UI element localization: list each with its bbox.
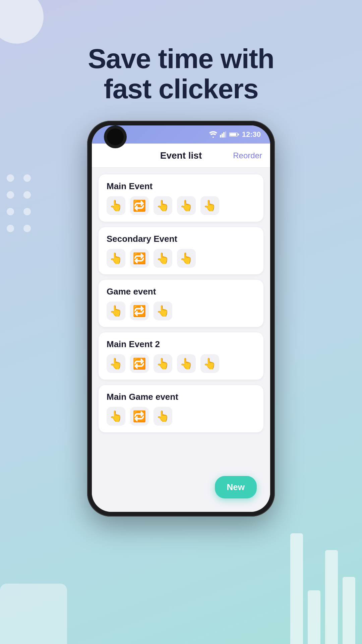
- swipe-icon: 🔁: [133, 410, 146, 423]
- tap-icon: 👆: [109, 410, 123, 423]
- clicker-btn-2-2[interactable]: 👆: [154, 302, 172, 320]
- tap-icon: 👆: [156, 305, 170, 317]
- clicker-btn-1-3[interactable]: 👆: [177, 249, 196, 268]
- battery-icon: [229, 132, 239, 137]
- swipe-icon: 🔁: [133, 357, 146, 370]
- clicker-btn-4-1[interactable]: 🔁: [130, 407, 149, 426]
- clicker-btn-1-1[interactable]: 🔁: [130, 249, 149, 268]
- wifi-icon: [209, 131, 217, 138]
- tap-icon: 👆: [203, 199, 217, 212]
- event-clickers-main-event-2: 👆 🔁 👆 👆 👆: [107, 354, 255, 373]
- event-card-game-event: Game event 👆 🔁 👆: [99, 280, 263, 327]
- clicker-btn-0-1[interactable]: 🔁: [130, 196, 149, 215]
- tap-icon: 👆: [156, 410, 170, 423]
- swipe-icon: 🔁: [133, 199, 146, 212]
- svg-rect-2: [223, 132, 225, 138]
- deco-bottom-right: [268, 510, 362, 644]
- clicker-btn-3-3[interactable]: 👆: [177, 354, 196, 373]
- event-clickers-main-event: 👆 🔁 👆 👆 👆: [107, 196, 255, 215]
- tap-icon: 👆: [180, 252, 193, 265]
- tap-icon: 👆: [203, 357, 217, 370]
- svg-rect-1: [222, 133, 223, 138]
- clicker-btn-1-0[interactable]: 👆: [107, 249, 125, 268]
- clicker-btn-4-0[interactable]: 👆: [107, 407, 125, 426]
- phone-screen: 12:30 Event list Reorder Main Event 👆: [92, 125, 270, 512]
- event-list: Main Event 👆 🔁 👆 👆 👆 Secondary Event: [92, 168, 270, 512]
- tap-icon: 👆: [156, 357, 170, 370]
- status-icons: 12:30: [209, 130, 261, 139]
- tap-icon: 👆: [109, 199, 123, 212]
- tap-icon: 👆: [109, 252, 123, 265]
- svg-rect-0: [220, 135, 221, 138]
- tap-icon: 👆: [109, 305, 123, 317]
- clicker-btn-3-2[interactable]: 👆: [154, 354, 172, 373]
- clicker-btn-0-3[interactable]: 👆: [177, 196, 196, 215]
- deco-dots: [7, 174, 31, 232]
- fab-new-button[interactable]: New: [215, 476, 257, 498]
- tap-icon: 👆: [109, 357, 123, 370]
- phone-outer: 12:30 Event list Reorder Main Event 👆: [87, 121, 275, 517]
- signal-icon: [220, 131, 227, 138]
- hero-line1: Save time with: [20, 44, 342, 74]
- event-name-main-game-event: Main Game event: [107, 392, 255, 402]
- event-name-main-event-2: Main Event 2: [107, 339, 255, 350]
- hero-line2: fast clickers: [20, 74, 342, 104]
- tap-icon: 👆: [156, 252, 170, 265]
- phone-screen-inner: Event list Reorder Main Event 👆 🔁 👆 👆 👆: [92, 144, 270, 512]
- clicker-btn-2-1[interactable]: 🔁: [130, 302, 149, 320]
- event-card-main-game-event: Main Game event 👆 🔁 👆: [99, 385, 263, 432]
- event-name-main-event: Main Event: [107, 181, 255, 192]
- clicker-btn-0-0[interactable]: 👆: [107, 196, 125, 215]
- camera-lens: [107, 128, 124, 145]
- event-name-secondary-event: Secondary Event: [107, 234, 255, 244]
- tap-icon: 👆: [180, 357, 193, 370]
- clicker-btn-3-4[interactable]: 👆: [200, 354, 219, 373]
- event-card-main-event-2: Main Event 2 👆 🔁 👆 👆 👆: [99, 332, 263, 380]
- event-clickers-secondary-event: 👆 🔁 👆 👆: [107, 249, 255, 268]
- hero-text: Save time with fast clickers: [0, 44, 362, 104]
- status-time: 12:30: [242, 130, 261, 139]
- event-clickers-main-game-event: 👆 🔁 👆: [107, 407, 255, 426]
- app-bar-title: Event list: [160, 150, 202, 161]
- event-card-main-event: Main Event 👆 🔁 👆 👆 👆: [99, 174, 263, 222]
- clicker-btn-0-2[interactable]: 👆: [154, 196, 172, 215]
- clicker-btn-1-2[interactable]: 👆: [154, 249, 172, 268]
- event-card-secondary-event: Secondary Event 👆 🔁 👆 👆: [99, 227, 263, 274]
- swipe-icon: 🔁: [133, 252, 146, 265]
- svg-rect-6: [238, 133, 239, 135]
- svg-rect-3: [225, 131, 226, 138]
- clicker-btn-4-2[interactable]: 👆: [154, 407, 172, 426]
- svg-rect-5: [230, 133, 236, 136]
- reorder-button[interactable]: Reorder: [233, 151, 262, 160]
- phone-mockup: 12:30 Event list Reorder Main Event 👆: [87, 121, 275, 517]
- deco-circle-top: [0, 0, 44, 44]
- clicker-btn-3-0[interactable]: 👆: [107, 354, 125, 373]
- clicker-btn-0-4[interactable]: 👆: [200, 196, 219, 215]
- clicker-btn-2-0[interactable]: 👆: [107, 302, 125, 320]
- event-name-game-event: Game event: [107, 286, 255, 297]
- deco-bottom-left: [0, 584, 67, 644]
- swipe-icon: 🔁: [133, 305, 146, 317]
- event-clickers-game-event: 👆 🔁 👆: [107, 302, 255, 320]
- camera-notch: [104, 125, 127, 148]
- tap-icon: 👆: [180, 199, 193, 212]
- clicker-btn-3-1[interactable]: 🔁: [130, 354, 149, 373]
- tap-icon: 👆: [156, 199, 170, 212]
